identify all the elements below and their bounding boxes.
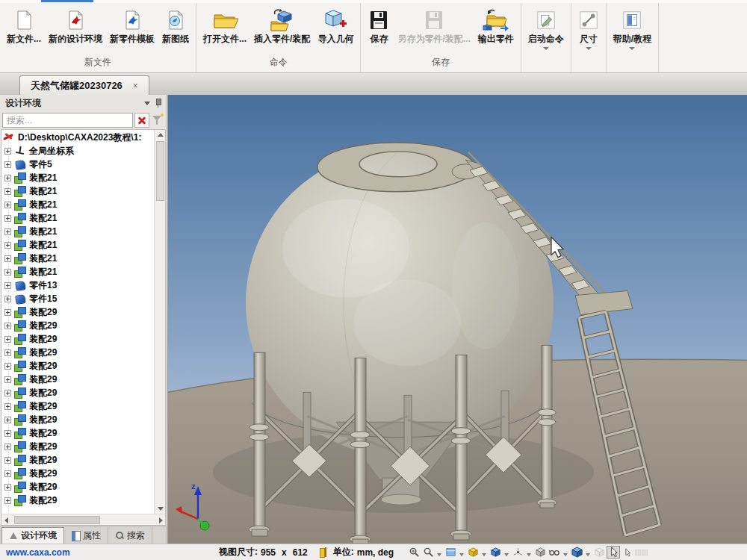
zoom-in-icon[interactable] [407,546,421,559]
dimensions-button[interactable]: 尺寸 [574,6,603,51]
insert-part-assembly-button[interactable]: 插入零件/装配 [250,6,314,46]
expand-plus-icon[interactable] [4,497,11,504]
expand-plus-icon[interactable] [4,175,11,181]
document-tab[interactable]: 天然气储罐20230726 × [19,75,149,95]
search-clear-icon[interactable] [134,113,149,128]
tab-design-environment[interactable]: 设计环境 [1,527,64,544]
expand-plus-icon[interactable] [4,430,11,437]
expand-plus-icon[interactable] [4,148,11,155]
dropdown-caret-icon[interactable] [482,553,486,556]
tree-row[interactable]: 装配29 [1,359,154,373]
tree-row[interactable]: 装配29 [1,494,154,507]
tree-row[interactable]: 装配29 [1,440,154,453]
tree-row[interactable]: 装配29 [1,386,154,399]
tree-row[interactable]: 零件15 [1,292,154,305]
tree-row[interactable]: 全局坐标系 [1,144,154,158]
save-button[interactable]: 保存 [364,6,394,46]
dropdown-caret-icon[interactable] [527,553,531,556]
expand-plus-icon[interactable] [4,470,11,477]
expand-plus-icon[interactable] [4,309,11,316]
expand-plus-icon[interactable] [4,242,11,249]
expand-plus-icon[interactable] [4,282,11,289]
expand-plus-icon[interactable] [4,457,11,464]
vertical-scroll-thumb[interactable] [156,141,164,201]
expand-plus-icon[interactable] [4,417,11,423]
dropdown-caret-icon[interactable] [459,553,464,556]
tree-vertical-scrollbar[interactable] [154,130,165,514]
dropdown-caret-icon[interactable] [563,553,568,556]
scroll-down-icon[interactable] [155,504,165,514]
perspective-glasses-icon[interactable] [548,546,561,559]
3d-viewport[interactable]: z [168,95,747,544]
expand-plus-icon[interactable] [4,484,11,491]
select-alt-tool-icon[interactable] [621,546,634,559]
new-drawing-button[interactable]: 新图纸 [158,6,193,46]
tree-row[interactable]: 零件5 [1,158,154,171]
search-filter-icon[interactable] [151,113,164,128]
zoom-window-icon[interactable] [421,546,435,559]
tree-row[interactable]: 装配21 [1,171,154,184]
expand-plus-icon[interactable] [4,403,11,410]
expand-plus-icon[interactable] [4,444,11,450]
help-tutorial-button[interactable]: 帮助/教程 [610,6,655,51]
ghost-mode-icon[interactable] [592,546,606,559]
scroll-left-icon[interactable] [1,515,11,525]
tree-row[interactable]: 装配29 [1,413,154,426]
new-file-button[interactable]: 新文件... [3,6,45,46]
tree-row[interactable]: 装配21 [1,238,154,252]
shaded-display-icon[interactable] [533,546,547,559]
panel-pin-icon[interactable] [155,99,161,108]
dimensions-dropdown-icon[interactable] [586,47,592,50]
tree-row[interactable]: 装配29 [1,480,154,494]
3d-viewport-scene[interactable]: z [168,96,747,544]
expand-plus-icon[interactable] [4,228,11,235]
tree-row[interactable]: 装配29 [1,319,154,332]
expand-plus-icon[interactable] [4,363,11,370]
dropdown-caret-icon[interactable] [586,553,590,556]
expand-plus-icon[interactable] [4,269,11,276]
panel-dropdown-icon[interactable] [144,102,150,105]
tree-row[interactable]: 装配29 [1,399,154,413]
expand-plus-icon[interactable] [4,255,11,262]
expand-plus-icon[interactable] [4,202,11,208]
tab-close-icon[interactable]: × [133,81,138,91]
tree-row[interactable]: 装配21 [1,198,154,211]
expand-plus-icon[interactable] [4,390,11,396]
tab-properties[interactable]: 属性 [64,527,108,544]
tree-row[interactable]: D:\Desktop\CAXA2023教程\1: [1,131,154,144]
view-plane-icon[interactable] [444,546,457,559]
tree-row[interactable]: 装配29 [1,467,154,480]
new-part-template-button[interactable]: 新零件模板 [106,6,158,46]
expand-plus-icon[interactable] [4,161,11,168]
render-mode-icon[interactable] [570,546,583,559]
tree-row[interactable]: 装配29 [1,453,154,467]
tree-row[interactable]: 装配21 [1,252,154,265]
launch-command-button[interactable]: 启动命令 [524,6,568,51]
origin-display-icon[interactable] [511,546,524,559]
new-design-environment-button[interactable]: 新的设计环境 [45,6,106,46]
tree-row[interactable]: 装配29 [1,332,154,346]
expand-plus-icon[interactable] [4,376,11,383]
tree-row[interactable]: 装配29 [1,305,154,319]
tree-horizontal-scrollbar[interactable] [1,514,165,525]
standard-view-icon[interactable] [466,546,480,559]
tree-row[interactable]: 装配21 [1,211,154,225]
export-part-button[interactable]: 输出零件 [474,6,518,46]
expand-plus-icon[interactable] [4,296,11,302]
tree-row[interactable]: 零件13 [1,279,154,292]
launch-command-dropdown-icon[interactable] [543,47,549,50]
scroll-up-icon[interactable] [155,130,165,140]
horizontal-scroll-thumb[interactable] [14,516,100,524]
expand-plus-icon[interactable] [4,188,11,195]
caxa-website-link[interactable]: www.caxa.com [6,547,118,558]
tree-row[interactable]: 装配21 [1,225,154,238]
open-file-button[interactable]: 打开文件... [199,6,250,46]
tree-row[interactable]: 装配21 [1,184,154,198]
import-geometry-button[interactable]: 导入几何 [314,6,357,46]
save-as-button[interactable]: 另存为零件/装配... [394,6,474,46]
dropdown-caret-icon[interactable] [504,553,509,556]
tab-search[interactable]: 搜索 [108,527,152,544]
expand-plus-icon[interactable] [4,323,11,329]
select-tool-icon[interactable] [607,546,620,559]
tree-row[interactable]: 装配29 [1,346,154,359]
